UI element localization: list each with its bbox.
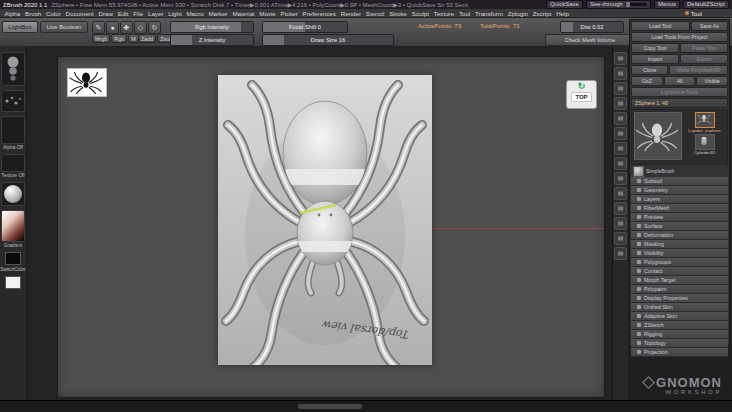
stroke-thumbnail[interactable]	[1, 90, 25, 112]
lightbox-tools-button[interactable]: Lightbox►Tools	[631, 87, 728, 97]
horizontal-scroll-handle[interactable]	[298, 404, 362, 409]
menu-item[interactable]: Document	[63, 10, 96, 17]
alpha-thumbnail[interactable]	[1, 116, 25, 144]
subpalette-row[interactable]: FiberMesh	[631, 204, 728, 213]
move-icon[interactable]: ✚	[120, 21, 133, 34]
menu-item[interactable]: Layer	[146, 10, 166, 17]
subpalette-row[interactable]: Layers	[631, 195, 728, 204]
menu-item[interactable]: Brush	[23, 10, 44, 17]
palette-dock-icon[interactable]: ▤	[614, 202, 627, 215]
rotate-icon[interactable]: ↻	[148, 21, 161, 34]
subpalette-row[interactable]: Morph Target	[631, 276, 728, 285]
viewport-area[interactable]: Top/dorsal view ↻ TOP	[27, 46, 612, 400]
lightbox-button[interactable]: LightBox	[2, 21, 38, 33]
menu-item[interactable]: Zplugin	[505, 10, 530, 17]
menu-item[interactable]: Zscript	[530, 10, 553, 17]
edit-icon[interactable]: ✎	[92, 21, 105, 34]
recent-tool-spider[interactable]	[695, 112, 715, 128]
dist-slider[interactable]: Dist 0.02	[560, 21, 624, 33]
subpalette-row[interactable]: Preview	[631, 213, 728, 222]
zbrush-document[interactable]: Top/dorsal view ↻ TOP	[57, 56, 605, 398]
scale-icon[interactable]: ◇	[134, 21, 147, 34]
menu-item[interactable]: File	[131, 10, 146, 17]
active-tool-button[interactable]: ZSphere 1. 48	[631, 98, 728, 108]
focal-shift-slider[interactable]: Focal Shift 0	[262, 21, 348, 33]
palette-dock-icon[interactable]: ▤	[614, 247, 627, 260]
recent-tool-cylinder[interactable]	[695, 134, 715, 150]
subpalette-row[interactable]: Contact	[631, 267, 728, 276]
menu-item[interactable]: Preferences	[300, 10, 338, 17]
check-mesh-volume-button[interactable]: Check Mesh Volume	[545, 34, 635, 46]
goz-button[interactable]: GoZ	[631, 76, 663, 86]
menu-item[interactable]: Render	[338, 10, 363, 17]
subpalette-row[interactable]: Visibility	[631, 249, 728, 258]
palette-dock-icon[interactable]: ▤	[614, 172, 627, 185]
subpalette-row[interactable]: Polygroups	[631, 258, 728, 267]
subpalette-row[interactable]: Polypaint	[631, 285, 728, 294]
palette-dock-icon[interactable]: ▤	[614, 82, 627, 95]
palette-dock-icon[interactable]: ▤	[614, 97, 627, 110]
current-tool-preview[interactable]	[634, 112, 682, 160]
load-tool-button[interactable]: Load Tool	[631, 21, 690, 31]
clone-button[interactable]: Clone	[631, 65, 668, 75]
menu-item[interactable]: Marker	[206, 10, 230, 17]
default-zscript-button[interactable]: DefaultZScript	[683, 0, 729, 9]
current-brush-thumbnail[interactable]	[1, 52, 25, 86]
see-through-track[interactable]	[625, 3, 647, 6]
menu-item[interactable]: Transform	[473, 10, 506, 17]
color-picker[interactable]	[1, 210, 25, 242]
menu-item[interactable]: Light	[166, 10, 184, 17]
camera-orientation-gizmo[interactable]: ↻ TOP	[566, 80, 597, 109]
menus-button[interactable]: Menus	[654, 0, 680, 9]
menu-item[interactable]: Stencil	[363, 10, 386, 17]
palette-dock-icon[interactable]: ▤	[614, 232, 627, 245]
subpalette-row[interactable]: Subtool	[631, 177, 728, 186]
menu-item[interactable]: Tool	[456, 10, 472, 17]
menu-item[interactable]: Macro	[184, 10, 206, 17]
simplebrush-row[interactable]: SimpleBrush	[631, 166, 728, 176]
subpalette-row[interactable]: Masking	[631, 240, 728, 249]
palette-dock-icon[interactable]: ▤	[614, 67, 627, 80]
palette-dock-icon[interactable]: ▤	[614, 52, 627, 65]
menu-item[interactable]: Stroke	[387, 10, 410, 17]
menu-item[interactable]: Help	[554, 10, 572, 17]
palette-dock-icon[interactable]: ▤	[614, 112, 627, 125]
load-tools-from-project-button[interactable]: Load Tools From Project	[631, 32, 728, 42]
palette-dock-icon[interactable]: ▤	[614, 217, 627, 230]
subpalette-row[interactable]: Display Properties	[631, 294, 728, 303]
color-mode-button[interactable]: Mrgb	[92, 34, 110, 43]
secondary-color-swatch[interactable]	[5, 276, 21, 289]
goz-visible-button[interactable]: Visible	[696, 76, 728, 86]
menu-item[interactable]: Picker	[278, 10, 300, 17]
color-mode-button[interactable]: Rgb	[111, 34, 127, 43]
paste-tool-button[interactable]: Paste Tool	[680, 43, 728, 53]
rgb-intensity-slider[interactable]: Rgb Intensity	[170, 21, 254, 33]
see-through-knob[interactable]	[626, 2, 630, 7]
quicksave-button[interactable]: QuickSave	[546, 0, 583, 9]
draw-icon[interactable]: ●	[106, 21, 119, 34]
subpalette-row[interactable]: Unified Skin	[631, 303, 728, 312]
export-button[interactable]: Export	[680, 54, 728, 64]
z-intensity-slider[interactable]: Z Intensity	[170, 34, 254, 46]
subpalette-row[interactable]: Projection	[631, 348, 728, 357]
import-button[interactable]: Import	[631, 54, 679, 64]
menu-item[interactable]: Alpha	[2, 10, 23, 17]
sculpt-mode-button[interactable]: Zadd	[138, 34, 156, 43]
material-thumbnail[interactable]	[1, 182, 25, 206]
draw-size-slider[interactable]: Draw Size 16	[262, 34, 394, 46]
menu-item[interactable]: Draw	[96, 10, 115, 17]
main-color-swatch[interactable]	[5, 252, 21, 265]
menu-item[interactable]: Texture	[431, 10, 456, 17]
goz-all-button[interactable]: All	[664, 76, 696, 86]
palette-dock-icon[interactable]: ▤	[614, 127, 627, 140]
palette-dock-icon[interactable]: ▤	[614, 142, 627, 155]
palette-dock-icon[interactable]: ▤	[614, 157, 627, 170]
make-polymesh3d-button[interactable]: Make PolyMesh3D	[669, 65, 728, 75]
subpalette-row[interactable]: Adaptive Skin	[631, 312, 728, 321]
see-through-slider[interactable]: See-through	[586, 0, 651, 9]
menu-item[interactable]: Edit	[115, 10, 130, 17]
subpalette-row[interactable]: Deformation	[631, 231, 728, 240]
canvas[interactable]: Top/dorsal view	[218, 75, 432, 365]
palette-dock-icon[interactable]: ▤	[614, 187, 627, 200]
subpalette-row[interactable]: Topology	[631, 339, 728, 348]
